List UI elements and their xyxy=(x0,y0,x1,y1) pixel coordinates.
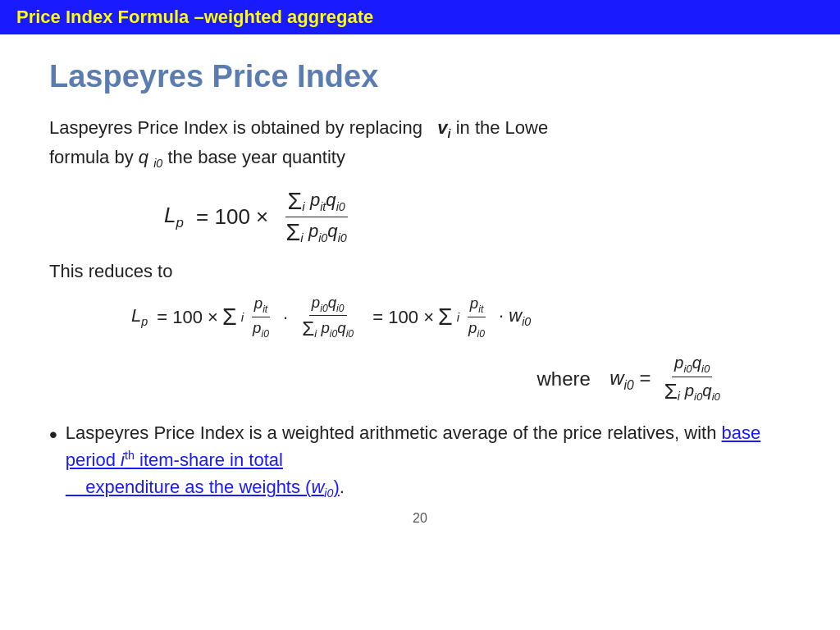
frac-pit-pi0: pit pi0 xyxy=(250,294,272,339)
q-symbol: q i0 xyxy=(139,147,163,167)
page-number: 20 xyxy=(49,511,791,526)
equals-1: = 100 × xyxy=(190,204,275,230)
intro-text-1: Laspeyres Price Index is obtained by rep… xyxy=(49,117,432,138)
slide-content: Laspeyres Price Index Laspeyres Price In… xyxy=(0,34,840,542)
header-title: Price Index Formula –weighted aggregate xyxy=(16,7,373,27)
formula-2: Lp = 100 × Σi pit pi0 · pi0qi0 Σi pi0qi0… xyxy=(82,294,791,341)
wi0-symbol: wi0 = xyxy=(599,367,651,393)
fraction-1: Σi pitqi0 Σi pi0qi0 xyxy=(284,188,349,246)
bullet-item: • Laspeyres Price Index is a weighted ar… xyxy=(49,419,791,503)
intro-text-2: in the Lowe xyxy=(456,117,549,138)
lp-symbol: Lp xyxy=(164,203,184,231)
formula-1: Lp = 100 × Σi pitqi0 Σi pi0qi0 xyxy=(98,188,791,246)
where-label: where xyxy=(537,368,591,390)
frac-where: pi0qi0 Σi pi0qi0 xyxy=(661,354,723,404)
bullet-dot: • xyxy=(49,418,57,452)
slide-title: Laspeyres Price Index xyxy=(49,59,791,94)
reduces-text: This reduces to xyxy=(49,261,791,282)
frac-pi0qi0: pi0qi0 Σi pi0qi0 xyxy=(299,294,356,341)
intro-text-3: formula by xyxy=(49,147,139,167)
intro-text-4: the base year quantity xyxy=(167,147,345,167)
header-bar: Price Index Formula –weighted aggregate xyxy=(0,0,840,34)
lp-symbol-2: Lp xyxy=(131,305,148,328)
vi-symbol: vi xyxy=(437,117,450,138)
where-block: where wi0 = pi0qi0 Σi pi0qi0 xyxy=(49,354,725,404)
frac-pit-pi0-2: pit pi0 xyxy=(466,294,487,339)
intro-paragraph: Laspeyres Price Index is obtained by rep… xyxy=(49,114,791,173)
bullet-link[interactable]: base period ith item-share in total expe… xyxy=(66,422,760,497)
bullet-text: Laspeyres Price Index is a weighted arit… xyxy=(66,419,791,503)
